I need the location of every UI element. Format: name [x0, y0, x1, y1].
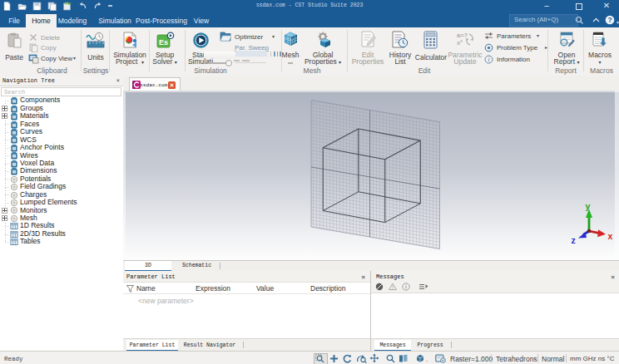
svg-text:x: x	[608, 231, 613, 241]
svg-text:i: i	[488, 56, 489, 63]
svg-text:x²: x²	[457, 39, 463, 47]
svg-text:Es: Es	[159, 38, 168, 47]
svg-text:z: z	[572, 235, 576, 245]
svg-text:?: ?	[607, 16, 612, 24]
svg-text:y: y	[586, 201, 591, 211]
svg-text:a=?: a=?	[457, 32, 468, 39]
